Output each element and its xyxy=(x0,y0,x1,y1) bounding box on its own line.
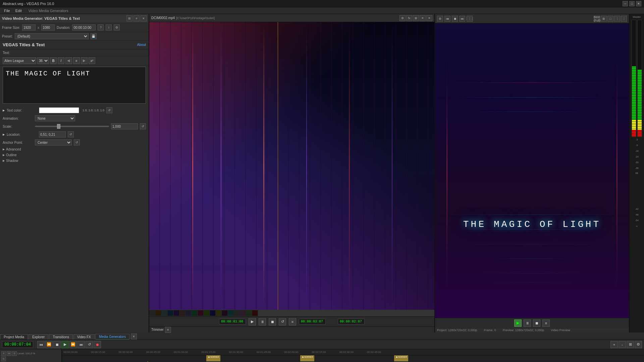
advanced-section[interactable]: ▶ Advanced xyxy=(3,146,146,152)
trimmer-btn2[interactable]: fx xyxy=(406,15,412,21)
trim-pause-btn[interactable]: ⏸ xyxy=(259,318,266,325)
align-left-btn[interactable]: ⫷ xyxy=(65,57,72,64)
trim-play-btn[interactable]: ▶ xyxy=(249,318,256,325)
vmg-close-btn[interactable]: ✕ xyxy=(141,15,147,21)
bold-btn[interactable]: B xyxy=(50,57,57,64)
menu-file[interactable]: File xyxy=(1,9,13,13)
font-select[interactable]: Alien League xyxy=(3,57,36,64)
preview-settings-btn[interactable]: ⚙ xyxy=(437,16,443,22)
help-btn[interactable]: ? xyxy=(98,24,104,31)
anchor-select[interactable]: Center xyxy=(35,139,72,145)
neon-corridor xyxy=(149,22,434,310)
tl-tracks-right[interactable]: 00:00:00:00 00:00:15:00 00:00:30:00 00:0… xyxy=(62,349,644,362)
vu-segment xyxy=(638,76,642,78)
animation-label: Animation: xyxy=(3,117,33,120)
color-picker[interactable] xyxy=(39,107,79,113)
tl-zoom-out[interactable]: - xyxy=(619,341,626,348)
prev-menu-btn[interactable]: ≡ xyxy=(542,319,550,327)
trimmer-btn1[interactable]: ⚙ xyxy=(399,15,406,21)
tab-media-generators[interactable]: Media Generators xyxy=(95,334,129,340)
vu-segment xyxy=(638,135,642,136)
about-link[interactable]: About xyxy=(137,43,146,47)
color-reset-btn[interactable]: ↺ xyxy=(106,107,112,113)
text-color-expand[interactable]: ▶ xyxy=(3,109,5,112)
track-fx-1[interactable]: fx xyxy=(1,357,6,361)
frame-height-input[interactable] xyxy=(41,24,55,31)
preview-btn4[interactable]: ⋮ xyxy=(614,16,620,22)
tl-end-btn[interactable]: ⏭ xyxy=(77,341,85,348)
vu-segment xyxy=(638,133,642,135)
trim-menu-btn[interactable]: ≡ xyxy=(289,318,296,325)
scale-value[interactable] xyxy=(111,123,138,129)
track-collapse-1[interactable]: ≡ xyxy=(1,351,6,356)
superscript-btn[interactable]: x² xyxy=(89,57,95,64)
scale-reset-btn[interactable]: ↺ xyxy=(140,123,146,129)
anchor-reset-btn[interactable]: ↺ xyxy=(74,139,80,145)
animation-select[interactable]: None xyxy=(35,115,75,121)
location-expand[interactable]: ▶ xyxy=(3,133,5,136)
tl-loop-btn[interactable]: ↺ xyxy=(86,341,93,348)
prev-pause-btn[interactable]: ⏸ xyxy=(524,319,531,327)
tabs-close-btn[interactable]: ✕ xyxy=(131,334,137,340)
trimmer-close[interactable]: ✕ xyxy=(165,327,171,333)
trim-stop-btn[interactable]: ⏹ xyxy=(269,318,276,325)
tab-explorer[interactable]: Explorer xyxy=(29,334,48,340)
tab-project-media[interactable]: Project Media xyxy=(0,334,28,340)
preview-stop-btn[interactable]: ⏹ xyxy=(452,16,458,22)
tl-zoom-in[interactable]: + xyxy=(610,341,618,348)
trimmer-btn3[interactable]: ⊞ xyxy=(413,15,419,21)
track-mute-1[interactable]: M xyxy=(7,351,11,356)
frame-size-label: Frame Size: xyxy=(2,26,20,29)
tl-record-btn[interactable]: ⏺ xyxy=(94,341,101,348)
vu-segment xyxy=(638,85,642,86)
trimmer-tab[interactable]: Trimmer xyxy=(151,328,164,331)
text-canvas[interactable]: THE MAGIC OF LIGHT xyxy=(3,67,146,104)
preview-menu-btn[interactable]: ⋮⋮⋮ xyxy=(467,16,473,22)
tl-btn1[interactable]: ⏮ xyxy=(37,341,45,348)
frame-width-input[interactable] xyxy=(22,24,36,31)
settings-btn[interactable]: ⚙ xyxy=(114,24,120,31)
preview-grid-btn[interactable]: ⊞ xyxy=(601,16,607,22)
menu-edit[interactable]: Edit xyxy=(13,9,24,13)
preview-btn3[interactable]: □ xyxy=(607,16,613,22)
vu-scale: -3 -9 -18 -24 -30 -36 xyxy=(635,138,638,169)
size-select[interactable]: 36 xyxy=(37,57,49,64)
shadow-section[interactable]: ▶ Shadow xyxy=(3,158,146,164)
trim-loop-btn[interactable]: ↺ xyxy=(279,318,286,325)
preview-rewind-btn[interactable]: ⏮ xyxy=(444,16,450,22)
preset-select[interactable]: (Default) xyxy=(15,33,89,39)
scale-slider[interactable] xyxy=(35,126,109,127)
track-solo-1[interactable]: S xyxy=(12,351,17,356)
location-value[interactable] xyxy=(39,131,66,137)
preview-qual-btn[interactable]: Best (Full) xyxy=(594,16,600,22)
restore-button[interactable]: □ xyxy=(629,1,635,6)
vmg-grid-btn[interactable]: ⊞ xyxy=(126,15,132,21)
vmg-list-btn[interactable]: ≡ xyxy=(133,15,140,21)
tl-snap-btn[interactable]: ⊞ xyxy=(627,341,634,348)
vu-segment xyxy=(632,48,636,49)
location-reset-btn[interactable]: ↺ xyxy=(68,131,74,137)
outline-section[interactable]: ▶ Outline xyxy=(3,152,146,158)
preview-btn5[interactable]: ⋮ xyxy=(621,16,627,22)
prev-stop-btn[interactable]: ⏹ xyxy=(533,319,540,327)
tl-stop-btn[interactable]: ⏹ xyxy=(53,341,61,348)
tab-video-fx[interactable]: Video FX xyxy=(73,334,95,340)
close-button[interactable]: ✕ xyxy=(636,1,641,6)
prev-play-btn[interactable]: ▶ xyxy=(514,319,522,327)
italic-btn[interactable]: I xyxy=(58,57,64,64)
align-right-btn[interactable]: ⫸ xyxy=(81,57,88,64)
tl-pause-btn[interactable]: ⏩ xyxy=(69,341,77,348)
info-btn[interactable]: i xyxy=(106,24,112,31)
tab-transitions[interactable]: Transitions xyxy=(49,334,73,340)
tl-settings-btn[interactable]: ⚙ xyxy=(635,341,642,348)
duration-input[interactable] xyxy=(72,24,96,31)
tl-play-btn[interactable]: ▶ xyxy=(61,341,69,348)
tl-btn2[interactable]: ⏪ xyxy=(45,341,53,348)
minimize-button[interactable]: ─ xyxy=(623,1,628,6)
preset-save-btn[interactable]: 💾 xyxy=(91,33,97,39)
trimmer-btn4[interactable]: ✕ xyxy=(420,15,426,21)
align-center-btn[interactable]: ≡ xyxy=(73,57,80,64)
preview-next-btn[interactable]: ⏭ xyxy=(459,16,465,22)
trimmer-btn5[interactable]: ✕ xyxy=(426,15,432,21)
scale-thumb[interactable] xyxy=(57,124,60,129)
